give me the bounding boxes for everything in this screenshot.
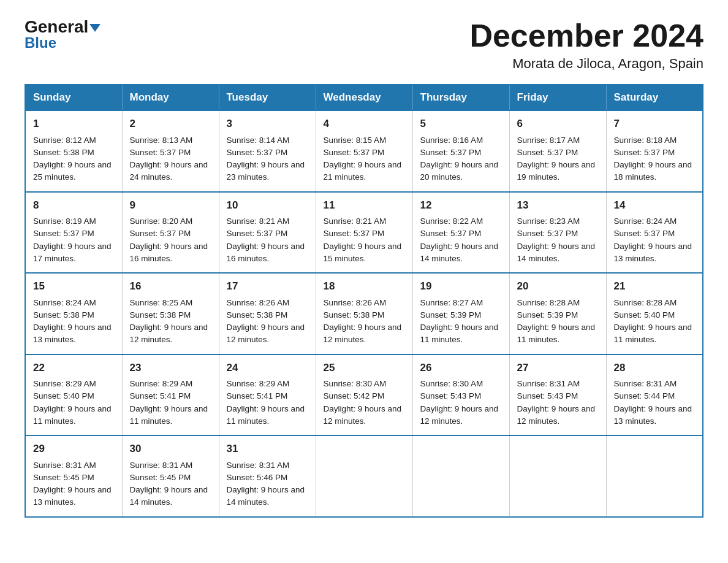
sunset-label: Sunset: 5:37 PM — [227, 148, 288, 157]
day-number: 2 — [130, 116, 211, 132]
day-number: 31 — [227, 441, 308, 457]
daylight-label: Daylight: 9 hours and 16 minutes. — [130, 242, 208, 263]
sunset-label: Sunset: 5:37 PM — [227, 229, 288, 238]
daylight-label: Daylight: 9 hours and 11 minutes. — [517, 323, 596, 344]
sunset-label: Sunset: 5:39 PM — [420, 310, 482, 320]
calendar-week-row: 15 Sunrise: 8:24 AM Sunset: 5:38 PM Dayl… — [25, 273, 703, 354]
col-friday: Friday — [509, 85, 606, 110]
day-number: 25 — [324, 360, 405, 376]
calendar-cell: 27 Sunrise: 8:31 AM Sunset: 5:43 PM Dayl… — [509, 354, 606, 436]
day-number: 9 — [130, 197, 211, 213]
col-thursday: Thursday — [412, 85, 509, 110]
calendar-cell: 30 Sunrise: 8:31 AM Sunset: 5:45 PM Dayl… — [122, 435, 219, 517]
sunrise-label: Sunrise: 8:28 AM — [517, 298, 580, 307]
sunset-label: Sunset: 5:37 PM — [614, 229, 675, 238]
daylight-label: Daylight: 9 hours and 14 minutes. — [227, 485, 305, 507]
sunrise-label: Sunrise: 8:25 AM — [130, 298, 193, 307]
day-number: 12 — [420, 197, 502, 213]
daylight-label: Daylight: 9 hours and 12 minutes. — [420, 404, 499, 426]
sunset-label: Sunset: 5:37 PM — [324, 229, 385, 238]
day-number: 29 — [33, 441, 115, 457]
daylight-label: Daylight: 9 hours and 12 minutes. — [130, 323, 208, 344]
calendar-cell: 20 Sunrise: 8:28 AM Sunset: 5:39 PM Dayl… — [509, 273, 606, 354]
calendar-cell: 19 Sunrise: 8:27 AM Sunset: 5:39 PM Dayl… — [412, 273, 509, 354]
calendar-cell: 8 Sunrise: 8:19 AM Sunset: 5:37 PM Dayli… — [25, 192, 122, 274]
day-number: 18 — [324, 278, 405, 294]
calendar-cell: 4 Sunrise: 8:15 AM Sunset: 5:37 PM Dayli… — [316, 110, 412, 192]
sunset-label: Sunset: 5:41 PM — [130, 391, 191, 400]
sunset-label: Sunset: 5:39 PM — [517, 310, 578, 320]
calendar-cell: 24 Sunrise: 8:29 AM Sunset: 5:41 PM Dayl… — [219, 354, 316, 436]
sunset-label: Sunset: 5:42 PM — [324, 391, 385, 400]
sunrise-label: Sunrise: 8:13 AM — [130, 136, 193, 145]
calendar-cell: 10 Sunrise: 8:21 AM Sunset: 5:37 PM Dayl… — [219, 192, 316, 274]
day-number: 28 — [614, 360, 696, 376]
sunset-label: Sunset: 5:38 PM — [227, 310, 288, 320]
calendar-week-row: 22 Sunrise: 8:29 AM Sunset: 5:40 PM Dayl… — [25, 354, 703, 436]
sunset-label: Sunset: 5:37 PM — [420, 229, 482, 238]
sunrise-label: Sunrise: 8:22 AM — [420, 216, 483, 226]
sunset-label: Sunset: 5:40 PM — [33, 391, 94, 400]
day-number: 20 — [517, 278, 599, 294]
daylight-label: Daylight: 9 hours and 25 minutes. — [33, 160, 112, 182]
sunrise-label: Sunrise: 8:21 AM — [227, 216, 290, 226]
sunset-label: Sunset: 5:38 PM — [324, 310, 385, 320]
col-sunday: Sunday — [25, 85, 122, 110]
logo-general: General — [25, 18, 100, 36]
daylight-label: Daylight: 9 hours and 13 minutes. — [33, 485, 112, 507]
sunset-label: Sunset: 5:41 PM — [227, 391, 288, 400]
sunset-label: Sunset: 5:43 PM — [517, 391, 578, 400]
sunrise-label: Sunrise: 8:26 AM — [324, 298, 387, 307]
day-number: 11 — [324, 197, 405, 213]
daylight-label: Daylight: 9 hours and 12 minutes. — [324, 404, 402, 426]
day-number: 15 — [33, 278, 115, 294]
sunrise-label: Sunrise: 8:29 AM — [130, 379, 193, 388]
day-number: 23 — [130, 360, 211, 376]
daylight-label: Daylight: 9 hours and 21 minutes. — [324, 160, 402, 182]
day-number: 22 — [33, 360, 115, 376]
sunset-label: Sunset: 5:37 PM — [517, 148, 578, 157]
sunset-label: Sunset: 5:38 PM — [33, 148, 94, 157]
day-number: 4 — [324, 116, 405, 132]
col-monday: Monday — [122, 85, 219, 110]
calendar-cell — [412, 435, 509, 517]
sunset-label: Sunset: 5:37 PM — [33, 229, 94, 238]
sunrise-label: Sunrise: 8:20 AM — [130, 216, 193, 226]
calendar-cell: 1 Sunrise: 8:12 AM Sunset: 5:38 PM Dayli… — [25, 110, 122, 192]
daylight-label: Daylight: 9 hours and 20 minutes. — [420, 160, 499, 182]
daylight-label: Daylight: 9 hours and 13 minutes. — [614, 242, 692, 263]
sunset-label: Sunset: 5:37 PM — [130, 229, 191, 238]
sunset-label: Sunset: 5:38 PM — [33, 310, 94, 320]
sunrise-label: Sunrise: 8:18 AM — [614, 136, 677, 145]
day-number: 16 — [130, 278, 211, 294]
sunrise-label: Sunrise: 8:29 AM — [33, 379, 96, 388]
logo-blue: Blue — [25, 34, 56, 52]
day-number: 10 — [227, 197, 308, 213]
sunrise-label: Sunrise: 8:31 AM — [130, 461, 193, 470]
daylight-label: Daylight: 9 hours and 11 minutes. — [614, 323, 692, 344]
col-tuesday: Tuesday — [219, 85, 316, 110]
sunset-label: Sunset: 5:37 PM — [517, 229, 578, 238]
sunrise-label: Sunrise: 8:14 AM — [227, 136, 290, 145]
daylight-label: Daylight: 9 hours and 16 minutes. — [227, 242, 305, 263]
day-number: 21 — [614, 278, 696, 294]
daylight-label: Daylight: 9 hours and 12 minutes. — [324, 323, 402, 344]
daylight-label: Daylight: 9 hours and 19 minutes. — [517, 160, 596, 182]
calendar-cell: 16 Sunrise: 8:25 AM Sunset: 5:38 PM Dayl… — [122, 273, 219, 354]
sunset-label: Sunset: 5:38 PM — [130, 310, 191, 320]
daylight-label: Daylight: 9 hours and 11 minutes. — [227, 404, 305, 426]
sunrise-label: Sunrise: 8:12 AM — [33, 136, 96, 145]
sunset-label: Sunset: 5:40 PM — [614, 310, 675, 320]
day-number: 26 — [420, 360, 502, 376]
daylight-label: Daylight: 9 hours and 18 minutes. — [614, 160, 692, 182]
calendar-cell — [316, 435, 412, 517]
calendar-cell: 11 Sunrise: 8:21 AM Sunset: 5:37 PM Dayl… — [316, 192, 412, 274]
sunrise-label: Sunrise: 8:29 AM — [227, 379, 290, 388]
calendar-cell — [606, 435, 703, 517]
sunrise-label: Sunrise: 8:24 AM — [33, 298, 96, 307]
page-header: General Blue December 2024 Morata de Jil… — [25, 18, 703, 72]
calendar-week-row: 1 Sunrise: 8:12 AM Sunset: 5:38 PM Dayli… — [25, 110, 703, 192]
sunrise-label: Sunrise: 8:17 AM — [517, 136, 580, 145]
calendar-cell: 7 Sunrise: 8:18 AM Sunset: 5:37 PM Dayli… — [606, 110, 703, 192]
sunset-label: Sunset: 5:45 PM — [33, 473, 94, 482]
